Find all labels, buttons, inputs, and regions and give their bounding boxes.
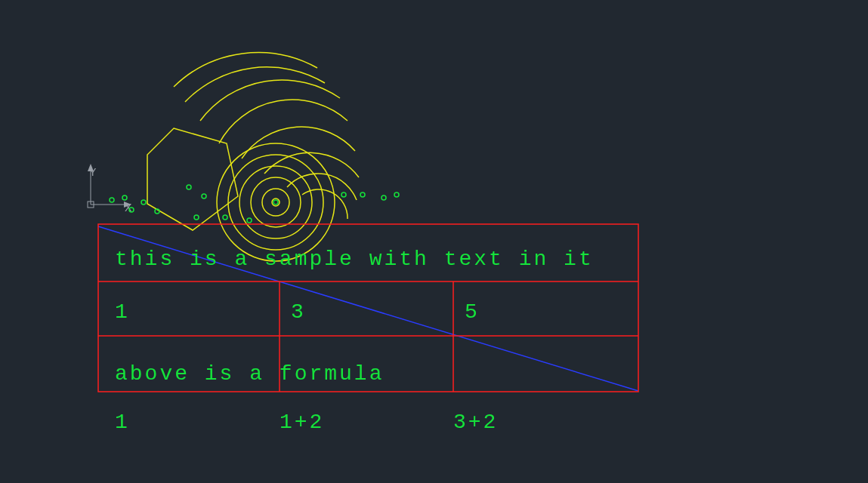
- drawing-layer[interactable]: [0, 0, 868, 483]
- svg-point-12: [122, 195, 127, 200]
- formula-c1[interactable]: 1: [115, 411, 130, 434]
- svg-point-17: [202, 194, 206, 198]
- svg-point-21: [273, 200, 278, 205]
- formula-c3[interactable]: 3+2: [453, 411, 498, 434]
- svg-point-16: [187, 185, 191, 189]
- cad-model-space[interactable]: X Y: [0, 0, 868, 483]
- svg-point-13: [129, 208, 134, 212]
- table-row3-text[interactable]: above is a formula: [115, 362, 384, 386]
- svg-point-20: [247, 218, 252, 223]
- svg-point-10: [217, 143, 335, 261]
- svg-point-23: [360, 192, 365, 197]
- svg-point-9: [228, 155, 323, 250]
- svg-point-24: [381, 195, 386, 200]
- svg-point-25: [394, 192, 399, 197]
- svg-point-14: [141, 200, 146, 205]
- svg-point-19: [223, 215, 227, 220]
- svg-point-18: [194, 215, 199, 220]
- svg-point-7: [251, 177, 301, 227]
- table-cell-r2c1[interactable]: 1: [115, 300, 130, 324]
- svg-point-11: [110, 198, 114, 202]
- table-row1-text[interactable]: this is a sample with text in it: [115, 248, 594, 271]
- table-cell-r2c3[interactable]: 5: [465, 300, 480, 324]
- table-cell-r2c2[interactable]: 3: [291, 300, 306, 324]
- svg-point-22: [341, 192, 346, 197]
- svg-point-6: [262, 189, 289, 216]
- formula-c2[interactable]: 1+2: [280, 411, 324, 434]
- concentric-circles: [217, 143, 335, 261]
